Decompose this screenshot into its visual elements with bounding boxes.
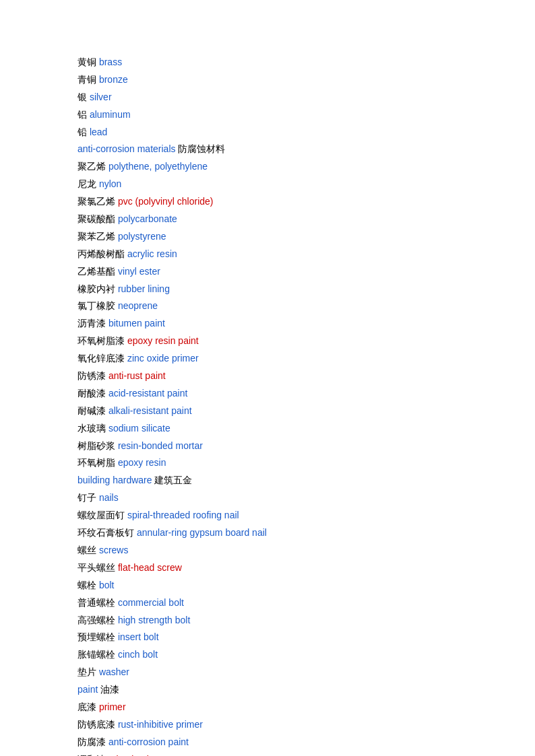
list-item: 丙烯酸树酯 acrylic resin bbox=[77, 246, 535, 263]
list-item: 平头螺丝 flat-head screw bbox=[77, 559, 535, 577]
list-item: 沥青漆 bitumen paint bbox=[77, 315, 535, 333]
list-item: 聚乙烯 polythene, polyethylene bbox=[77, 158, 535, 176]
zh-text: 环纹石膏板钉 bbox=[77, 527, 134, 538]
zh-text: 普通螺栓 bbox=[77, 597, 115, 608]
en-text: insert bolt bbox=[118, 631, 159, 642]
zh-text: 防腐漆 bbox=[77, 736, 106, 747]
list-item: anti-corrosion materials 防腐蚀材料 bbox=[77, 141, 535, 158]
list-item: 黄铜 brass bbox=[77, 54, 535, 71]
en-text: spiral-threaded roofing nail bbox=[127, 510, 239, 520]
list-item: 青铜 bronze bbox=[77, 71, 535, 89]
list-item: 螺丝 screws bbox=[77, 542, 535, 559]
list-item: 氯丁橡胶 neoprene bbox=[77, 298, 535, 315]
en-text: acid-resistant paint bbox=[108, 388, 188, 399]
zh-text: 高强螺栓 bbox=[77, 615, 115, 625]
list-item: 环氧树脂 epoxy resin bbox=[77, 454, 535, 472]
zh-text: 底漆 bbox=[77, 701, 96, 712]
en-text: zinc oxide primer bbox=[127, 353, 199, 364]
zh-text: 氧化锌底漆 bbox=[77, 353, 125, 364]
en-text: neoprene bbox=[118, 300, 158, 311]
en-text: alkali-resistant paint bbox=[108, 405, 192, 416]
zh-text: 氯丁橡胶 bbox=[77, 300, 115, 311]
list-item: 调和漆 mixed paint bbox=[77, 751, 535, 756]
zh-text: 平头螺丝 bbox=[77, 562, 115, 573]
content-area: 黄铜 brass青铜 bronze银 silver铝 aluminum铅 lea… bbox=[77, 54, 535, 756]
zh-text: 银 bbox=[77, 92, 87, 102]
zh-text: 油漆 bbox=[100, 684, 119, 695]
en-text: lead bbox=[90, 127, 107, 137]
en-text: sodium silicate bbox=[108, 423, 170, 434]
zh-text: 沥青漆 bbox=[77, 318, 106, 329]
list-item: 水玻璃 sodium silicate bbox=[77, 420, 535, 438]
list-item: 铅 lead bbox=[77, 124, 535, 141]
en-text: commercial bolt bbox=[118, 597, 184, 608]
en-text: epoxy resin bbox=[118, 457, 166, 468]
zh-text: 环氧树脂 bbox=[77, 457, 115, 468]
list-item: 普通螺栓 commercial bolt bbox=[77, 594, 535, 612]
list-item: 聚苯乙烯 polystyrene bbox=[77, 228, 535, 246]
en-text: flat-head screw bbox=[118, 562, 182, 573]
list-item: 氧化锌底漆 zinc oxide primer bbox=[77, 350, 535, 368]
list-item: 预埋螺栓 insert bolt bbox=[77, 629, 535, 646]
en-text: anti-corrosion paint bbox=[108, 736, 189, 747]
list-item: 聚氯乙烯 pvc (polyvinyl chloride) bbox=[77, 193, 535, 211]
zh-text: 螺丝 bbox=[77, 545, 96, 555]
en-text: polythene, polyethylene bbox=[108, 161, 208, 172]
list-item: 环氧树脂漆 epoxy resin paint bbox=[77, 333, 535, 350]
list-item: 银 silver bbox=[77, 89, 535, 106]
zh-text: 防锈漆 bbox=[77, 370, 106, 381]
en-text: bitumen paint bbox=[108, 318, 165, 329]
en-text: cinch bolt bbox=[118, 649, 158, 660]
en-text: nails bbox=[99, 492, 119, 503]
list-item: 树脂砂浆 resin-bonded mortar bbox=[77, 438, 535, 455]
en-text: aluminum bbox=[90, 109, 131, 120]
list-item: 防锈漆 anti-rust paint bbox=[77, 368, 535, 385]
en-text: washer bbox=[99, 666, 129, 677]
zh-text: 聚碳酸酯 bbox=[77, 213, 115, 224]
en-text: resin-bonded mortar bbox=[118, 440, 203, 451]
en-text: polycarbonate bbox=[118, 213, 177, 224]
zh-text: 耐碱漆 bbox=[77, 405, 106, 416]
en-text: annular-ring gypsum board nail bbox=[137, 527, 267, 538]
list-item: paint 油漆 bbox=[77, 681, 535, 699]
zh-text: 胀锚螺栓 bbox=[77, 649, 115, 660]
list-item: 螺纹屋面钉 spiral-threaded roofing nail bbox=[77, 507, 535, 524]
en-text: bronze bbox=[99, 74, 128, 85]
en-text: silver bbox=[90, 92, 112, 102]
list-item: 胀锚螺栓 cinch bolt bbox=[77, 646, 535, 664]
zh-text: 尼龙 bbox=[77, 178, 96, 189]
zh-text: 建筑五金 bbox=[154, 475, 192, 485]
zh-text: 环氧树脂漆 bbox=[77, 335, 125, 346]
en-text: brass bbox=[99, 57, 122, 67]
zh-text: 树脂砂浆 bbox=[77, 440, 115, 451]
en-text: polystyrene bbox=[118, 231, 166, 242]
list-item: 防锈底漆 rust-inhibitive primer bbox=[77, 716, 535, 734]
list-item: 乙烯基酯 vinyl ester bbox=[77, 263, 535, 281]
zh-text: 乙烯基酯 bbox=[77, 266, 115, 277]
en-text: vinyl ester bbox=[118, 266, 160, 277]
zh-text: 铝 bbox=[77, 109, 87, 120]
zh-text: 耐酸漆 bbox=[77, 388, 106, 399]
zh-text: 防腐蚀材料 bbox=[178, 143, 225, 154]
list-item: 聚碳酸酯 polycarbonate bbox=[77, 211, 535, 228]
zh-text: 螺纹屋面钉 bbox=[77, 510, 125, 520]
zh-text: 螺栓 bbox=[77, 580, 96, 590]
list-item: 橡胶内衬 rubber lining bbox=[77, 281, 535, 298]
list-item: 环纹石膏板钉 annular-ring gypsum board nail bbox=[77, 524, 535, 542]
zh-text: 橡胶内衬 bbox=[77, 283, 115, 294]
en-text: nylon bbox=[99, 178, 121, 189]
en-text: high strength bolt bbox=[118, 615, 190, 625]
en-text: paint bbox=[77, 684, 98, 695]
list-item: 高强螺栓 high strength bolt bbox=[77, 612, 535, 629]
list-item: 耐酸漆 acid-resistant paint bbox=[77, 385, 535, 403]
zh-text: 防锈底漆 bbox=[77, 719, 115, 730]
list-item: 螺栓 bolt bbox=[77, 577, 535, 594]
zh-text: 聚氯乙烯 bbox=[77, 196, 115, 207]
zh-text: 水玻璃 bbox=[77, 423, 106, 434]
en-text: screws bbox=[99, 545, 129, 555]
list-item: 钉子 nails bbox=[77, 489, 535, 507]
en-text: pvc (polyvinyl chloride) bbox=[118, 196, 214, 207]
zh-text: 青铜 bbox=[77, 74, 96, 85]
en-text: rubber lining bbox=[118, 283, 170, 294]
list-item: 底漆 primer bbox=[77, 699, 535, 716]
